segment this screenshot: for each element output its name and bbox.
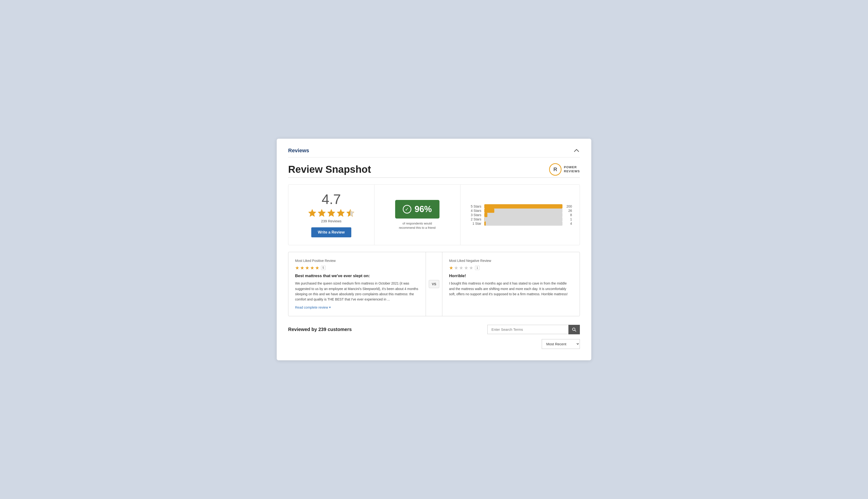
negative-review-panel: Most Liked Negative Review ★ ★ ★ ★ ★ 1 H… <box>442 252 579 316</box>
sort-row: Most Recent Most Helpful Highest Rating … <box>288 339 580 349</box>
neg-star-4: ★ <box>464 265 468 271</box>
negative-star-count: 1 <box>475 266 479 270</box>
pos-star-5: ★ <box>315 265 319 271</box>
star-3-icon <box>327 208 335 217</box>
write-review-button[interactable]: Write a Review <box>311 227 352 238</box>
bar-label-1: 4 Stars <box>468 209 481 212</box>
star-1-icon <box>308 208 317 217</box>
bar-track-2 <box>484 213 562 217</box>
collapse-icon[interactable] <box>573 147 580 154</box>
recommend-card: ✓ 96% of respondents wouldrecommend this… <box>375 185 461 245</box>
check-circle-icon: ✓ <box>403 205 411 214</box>
bar-fill-2 <box>484 213 487 217</box>
negative-review-heading: Most Liked Negative Review <box>449 259 573 263</box>
positive-review-panel: Most Liked Positive Review ★ ★ ★ ★ ★ 5 B… <box>289 252 426 316</box>
neg-star-5: ★ <box>469 265 473 271</box>
search-icon <box>572 327 576 332</box>
page-container: Reviews Review Snapshot R POWER REVIEWS … <box>277 139 591 360</box>
review-count: 239 Reviews <box>321 219 342 223</box>
svg-marker-1 <box>318 209 326 217</box>
pr-circle-icon: R <box>549 163 562 175</box>
snapshot-cards: 4.7 239 Reviews <box>288 184 580 245</box>
svg-marker-0 <box>308 209 316 217</box>
bar-count-4: 4 <box>565 222 572 226</box>
bar-row-1: 4 Stars 26 <box>468 208 572 213</box>
neg-star-3: ★ <box>459 265 463 271</box>
star-rating <box>308 208 355 217</box>
pos-star-3: ★ <box>305 265 309 271</box>
positive-review-title: Best mattress that we've ever slept on: <box>295 273 419 278</box>
bar-track-3 <box>484 217 562 221</box>
svg-line-6 <box>575 330 576 331</box>
bar-track-0 <box>484 204 562 208</box>
bar-count-3: 1 <box>565 217 572 221</box>
bar-count-2: 8 <box>565 213 572 217</box>
vs-label: VS <box>429 280 439 288</box>
neg-star-2: ★ <box>454 265 458 271</box>
neg-star-1: ★ <box>449 265 453 271</box>
positive-star-count: 5 <box>321 266 326 270</box>
svg-marker-2 <box>328 209 335 217</box>
snapshot-title: Review Snapshot <box>288 164 371 175</box>
pr-text: POWER REVIEWS <box>564 166 580 173</box>
chevron-down-icon: ▾ <box>329 305 331 309</box>
pos-star-1: ★ <box>295 265 299 271</box>
bar-fill-0 <box>484 204 562 208</box>
negative-review-title: Horrible! <box>449 273 573 278</box>
bar-track-4 <box>484 221 562 226</box>
bar-count-1: 26 <box>565 209 572 212</box>
negative-review-stars: ★ ★ ★ ★ ★ 1 <box>449 265 573 271</box>
recommend-percentage: 96% <box>415 204 432 214</box>
bar-fill-3 <box>484 217 485 221</box>
search-row <box>487 325 580 334</box>
section-header: Reviews <box>288 147 580 158</box>
positive-review-body: We purchased the queen sized medium firm… <box>295 281 419 302</box>
positive-review-heading: Most Liked Positive Review <box>295 259 419 263</box>
bar-row-0: 5 Stars 200 <box>468 204 572 208</box>
bar-row-2: 3 Stars 8 <box>468 213 572 217</box>
divider <box>288 178 580 178</box>
bar-label-0: 5 Stars <box>468 205 481 208</box>
reviewed-by-label: Reviewed by 239 customers <box>288 327 352 332</box>
star-5-half-icon <box>346 208 355 217</box>
negative-review-body: I bought this mattress 4 months ago and … <box>449 281 573 297</box>
search-input[interactable] <box>487 325 569 334</box>
rating-card: 4.7 239 Reviews <box>289 185 375 245</box>
bar-fill-1 <box>484 208 494 213</box>
recommend-badge: ✓ 96% <box>395 200 439 219</box>
section-title: Reviews <box>288 147 309 154</box>
vs-divider: VS <box>426 252 443 316</box>
svg-marker-3 <box>337 209 345 217</box>
bar-chart-card: 5 Stars 200 4 Stars 26 3 Stars 8 2 Stars… <box>461 185 579 245</box>
search-button[interactable] <box>569 325 580 334</box>
star-4-icon <box>337 208 345 217</box>
positive-review-stars: ★ ★ ★ ★ ★ 5 <box>295 265 419 271</box>
bar-fill-4 <box>484 221 486 226</box>
bar-label-3: 2 Stars <box>468 217 481 221</box>
bar-row-3: 2 Stars 1 <box>468 217 572 221</box>
pos-star-2: ★ <box>300 265 304 271</box>
pos-star-4: ★ <box>310 265 314 271</box>
svg-marker-4 <box>346 209 354 217</box>
sort-select[interactable]: Most Recent Most Helpful Highest Rating … <box>542 339 580 349</box>
liked-reviews-container: Most Liked Positive Review ★ ★ ★ ★ ★ 5 B… <box>288 252 580 316</box>
bar-track-1 <box>484 208 562 213</box>
read-complete-review-link[interactable]: Read complete review ▾ <box>295 305 419 309</box>
rating-score: 4.7 <box>322 192 341 206</box>
bar-label-4: 1 Star <box>468 222 481 226</box>
bottom-row: Reviewed by 239 customers <box>288 325 580 334</box>
snapshot-title-row: Review Snapshot R POWER REVIEWS <box>288 163 580 175</box>
star-2-icon <box>317 208 326 217</box>
bar-count-0: 200 <box>565 205 572 208</box>
bar-rows: 5 Stars 200 4 Stars 26 3 Stars 8 2 Stars… <box>468 204 572 226</box>
bar-label-2: 3 Stars <box>468 213 481 217</box>
bar-row-4: 1 Star 4 <box>468 221 572 226</box>
powerreviews-logo: R POWER REVIEWS <box>549 163 580 175</box>
recommend-description: of respondents wouldrecommend this to a … <box>399 221 436 230</box>
